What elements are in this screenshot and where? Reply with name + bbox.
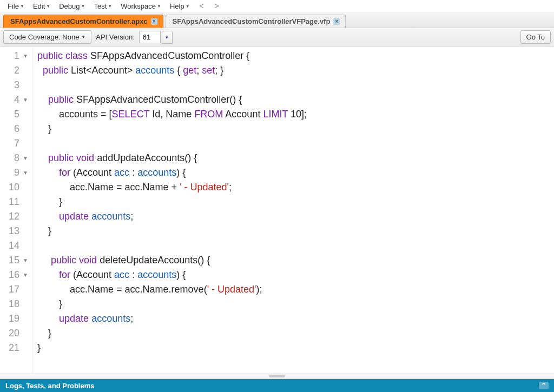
code-line[interactable]: update accounts;: [37, 311, 307, 326]
token: SELECT: [112, 109, 150, 119]
code-line[interactable]: for (Account acc : accounts) {: [37, 165, 307, 180]
code-line[interactable]: [37, 78, 307, 92]
tab[interactable]: SFAppsAdvancedCustomControllerVFPage.vfp…: [166, 15, 346, 28]
expand-up-icon[interactable]: ⌃: [539, 382, 549, 389]
token: FROM: [194, 109, 223, 119]
fold-icon[interactable]: ▼: [23, 268, 28, 282]
token: Account: [223, 109, 263, 119]
code-area[interactable]: public class SFAppsAdvancedCustomControl…: [33, 46, 307, 374]
line-number: 10: [9, 180, 19, 195]
token: ; }: [215, 65, 223, 76]
code-line[interactable]: public void deleteUpdateAccounts() {: [37, 253, 307, 268]
token: acc.Name = acc.Name.remove(: [37, 284, 207, 295]
code-line[interactable]: public SFAppsAdvancedCustomController() …: [37, 92, 307, 107]
code-line[interactable]: public void addUpdateAccounts() {: [37, 151, 307, 165]
fold-icon[interactable]: ▼: [23, 49, 28, 63]
line-number: 18: [9, 297, 19, 311]
code-line[interactable]: }: [37, 195, 307, 209]
token: accounts = [: [37, 109, 112, 119]
token: update: [59, 211, 89, 222]
code-line[interactable]: }: [37, 326, 307, 341]
token: for: [59, 167, 70, 178]
token: [37, 255, 51, 265]
code-line[interactable]: [37, 136, 307, 151]
token: ) {: [176, 167, 186, 178]
token: :: [129, 269, 137, 280]
menu-test[interactable]: Test▼: [89, 1, 116, 11]
gutter-row: 8▼: [0, 151, 32, 165]
fold-icon[interactable]: ▼: [23, 151, 28, 165]
caret-down-icon: ▼: [157, 4, 161, 9]
code-line[interactable]: accounts = [SELECT Id, Name FROM Account…: [37, 107, 307, 122]
bottom-panel-label: Logs, Tests, and Problems: [5, 382, 94, 390]
gutter-row: 15▼: [0, 253, 32, 268]
code-line[interactable]: }: [37, 297, 307, 311]
api-version-step[interactable]: ▾: [162, 31, 173, 44]
goto-label: Go To: [526, 33, 545, 41]
token: }: [37, 342, 41, 353]
gutter-row: 7: [0, 136, 32, 151]
token: acc: [114, 167, 129, 178]
bottom-panel-header[interactable]: Logs, Tests, and Problems ⌃: [0, 379, 554, 392]
tabbar: SFAppsAdvancedCustomController.apxc×SFAp…: [0, 12, 554, 28]
menu-label: Workspace: [121, 2, 156, 10]
token: public: [51, 255, 76, 265]
line-number: 6: [14, 122, 19, 136]
token: {: [174, 65, 183, 76]
line-number: 5: [14, 107, 19, 122]
line-number: 8: [14, 151, 19, 165]
token: for: [59, 269, 70, 280]
token: }: [37, 225, 51, 236]
menu-workspace[interactable]: Workspace▼: [116, 1, 166, 11]
gutter-row: 1▼: [0, 49, 32, 63]
code-line[interactable]: acc.Name = acc.Name + ' - Updated';: [37, 180, 307, 195]
close-icon[interactable]: ×: [151, 18, 157, 25]
code-coverage-dropdown[interactable]: Code Coverage: None ▼: [3, 30, 91, 44]
gutter-row: 18: [0, 297, 32, 311]
fold-icon[interactable]: ▼: [23, 165, 28, 180]
code-line[interactable]: for (Account acc : accounts) {: [37, 268, 307, 282]
code-line[interactable]: update accounts;: [37, 209, 307, 224]
api-version-input[interactable]: [139, 31, 161, 43]
nav-back-button[interactable]: <: [194, 1, 209, 11]
fold-icon[interactable]: ▼: [23, 253, 28, 268]
line-number: 16: [9, 268, 19, 282]
code-line[interactable]: }: [37, 224, 307, 238]
menu-help[interactable]: Help▼: [166, 1, 194, 11]
token: [37, 211, 59, 222]
token: }: [37, 328, 51, 338]
token: accounts: [91, 211, 130, 222]
code-line[interactable]: [37, 238, 307, 253]
gutter-row: 14: [0, 238, 32, 253]
splitter[interactable]: [0, 374, 554, 379]
token: void: [76, 152, 94, 163]
gutter-row: 11: [0, 195, 32, 209]
fold-icon[interactable]: ▼: [23, 92, 28, 107]
token: acc.Name = acc.Name +: [37, 182, 180, 192]
menu-edit[interactable]: Edit▼: [29, 1, 55, 11]
gutter-row: 12: [0, 209, 32, 224]
goto-button[interactable]: Go To: [520, 30, 551, 44]
nav-forward-button[interactable]: >: [209, 1, 225, 11]
line-number: 12: [9, 209, 19, 224]
token: update: [59, 313, 89, 324]
tab[interactable]: SFAppsAdvancedCustomController.apxc×: [3, 15, 163, 28]
code-line[interactable]: }: [37, 341, 307, 355]
menu-file[interactable]: File▼: [3, 1, 29, 11]
code-line[interactable]: public class SFAppsAdvancedCustomControl…: [37, 49, 307, 63]
token: get: [183, 65, 196, 76]
code-editor[interactable]: 1▼234▼5678▼9▼101112131415▼16▼1718192021 …: [0, 46, 554, 374]
line-number: 15: [9, 253, 19, 268]
gutter-row: 6: [0, 122, 32, 136]
close-icon[interactable]: ×: [333, 18, 340, 25]
code-line[interactable]: acc.Name = acc.Name.remove(' - Updated')…: [37, 282, 307, 297]
token: accounts: [137, 167, 176, 178]
api-version-select[interactable]: ▾: [139, 31, 173, 44]
menu-label: File: [8, 2, 19, 10]
line-gutter: 1▼234▼5678▼9▼101112131415▼16▼1718192021: [0, 46, 33, 374]
menu-debug[interactable]: Debug▼: [55, 1, 89, 11]
code-line[interactable]: public List<Account> accounts { get; set…: [37, 63, 307, 78]
token: ;: [196, 65, 202, 76]
tab-label: SFAppsAdvancedCustomControllerVFPage.vfp: [173, 17, 331, 25]
code-line[interactable]: }: [37, 122, 307, 136]
